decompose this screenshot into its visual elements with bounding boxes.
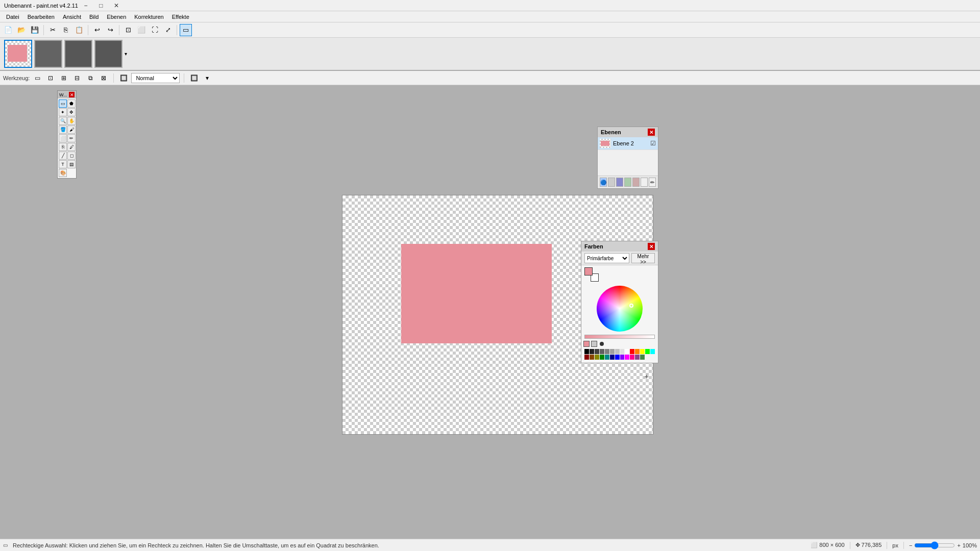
strip-thumb-2[interactable]	[34, 40, 62, 68]
tool-pencil[interactable]: ✏	[67, 134, 76, 142]
strip-thumb-1[interactable]	[4, 40, 32, 68]
tool-text[interactable]: T	[59, 160, 67, 168]
toolbox-titlebar[interactable]: W... ✕	[58, 91, 76, 98]
tool-colorpicker[interactable]: 🎨	[59, 169, 67, 177]
layers-panel-title[interactable]: Ebenen ✕	[598, 127, 658, 137]
open-button[interactable]: 📂	[15, 24, 28, 36]
layer-item-1[interactable]: Ebene 2 ☑	[598, 137, 658, 150]
menu-ansicht[interactable]: Ansicht	[59, 13, 85, 21]
tool-eraser[interactable]: ⬜	[59, 134, 67, 142]
toolbox-close-btn[interactable]: ✕	[69, 92, 75, 97]
palette-color-swatch[interactable]	[610, 355, 615, 360]
menu-bild[interactable]: Bild	[85, 13, 103, 21]
palette-color-swatch[interactable]	[605, 355, 609, 360]
palette-color-swatch[interactable]	[595, 355, 599, 360]
menu-datei[interactable]: Datei	[2, 13, 23, 21]
palette-color-swatch[interactable]	[615, 349, 620, 354]
strip-thumb-4[interactable]	[94, 40, 122, 68]
tool-move[interactable]: ✥	[67, 108, 76, 116]
selection-mode-btn[interactable]: ▭	[180, 24, 192, 36]
palette-color-swatch[interactable]	[600, 349, 604, 354]
tool-magic-wand[interactable]: ✦	[59, 108, 67, 116]
tool-opt2[interactable]: ⊞	[58, 72, 69, 84]
paste-button[interactable]: 📋	[73, 24, 85, 36]
mehr-button[interactable]: Mehr >>	[631, 253, 655, 263]
deselect-button[interactable]: ⊡	[122, 24, 134, 36]
color-channel-select[interactable]: Primärfarbe Sekundärfarbe	[584, 253, 629, 263]
palette-color-swatch[interactable]	[620, 349, 625, 354]
menu-bearbeiten[interactable]: Bearbeiten	[23, 13, 59, 21]
palette-color-swatch[interactable]	[584, 349, 589, 354]
tool-pan[interactable]: ✋	[67, 117, 76, 125]
palette-color-swatch[interactable]	[590, 349, 594, 354]
save-button[interactable]: 💾	[29, 24, 41, 36]
copy-button[interactable]: ⎘	[60, 24, 72, 36]
layer-btn4[interactable]	[632, 178, 640, 187]
palette-color-swatch[interactable]	[635, 349, 640, 354]
color-gradient-strip[interactable]	[584, 335, 655, 339]
tool-lasso[interactable]: ⬟	[67, 99, 76, 108]
color-wheel[interactable]	[597, 286, 643, 332]
maximize-button[interactable]: □	[93, 0, 109, 11]
tool-clone[interactable]: ⎘	[59, 143, 67, 151]
new-button[interactable]: 📄	[2, 24, 14, 36]
layer-edit-btn[interactable]: ✏	[649, 178, 656, 187]
palette-color-swatch[interactable]	[584, 355, 589, 360]
layers-close-btn[interactable]: ✕	[648, 129, 655, 136]
menu-ebenen[interactable]: Ebenen	[103, 13, 130, 21]
tool-rectangle-select[interactable]: ▭	[59, 99, 67, 108]
canvas-area[interactable]: + W... ✕ ▭ ⬟ ✦ ✥ 🔍 ✋ 🪣 🖌 ⬜ ✏ ⎘ 🖊	[0, 85, 980, 539]
palette-color-swatch[interactable]	[620, 355, 625, 360]
tool-opt5[interactable]: ⊠	[98, 72, 109, 84]
menu-korrekturen[interactable]: Korrekturen	[130, 13, 167, 21]
tool-paint-bucket[interactable]: 🪣	[59, 126, 67, 134]
layer-visible-check[interactable]: ☑	[650, 140, 656, 147]
menu-effekte[interactable]: Effekte	[168, 13, 193, 21]
close-button[interactable]: ✕	[109, 0, 124, 11]
colors-panel-title[interactable]: Farben ✕	[581, 241, 658, 252]
zoom-out-btn[interactable]: −	[909, 542, 912, 548]
layer-color-btn[interactable]: 🔵	[600, 178, 607, 187]
palette-color-swatch[interactable]	[645, 349, 650, 354]
undo-button[interactable]: ↩	[91, 24, 103, 36]
palette-color-swatch[interactable]	[640, 355, 645, 360]
tool-opt3[interactable]: ⊟	[71, 72, 83, 84]
tool-recolor[interactable]: 🖊	[67, 143, 76, 151]
palette-color-swatch[interactable]	[590, 355, 594, 360]
zoom-in-btn[interactable]: +	[957, 542, 960, 548]
tool-zoom[interactable]: 🔍	[59, 117, 67, 125]
tool-select-icon[interactable]: ▭	[32, 72, 43, 84]
palette-color-swatch[interactable]	[635, 355, 640, 360]
palette-color-swatch[interactable]	[630, 349, 634, 354]
strip-thumb-3[interactable]	[64, 40, 92, 68]
palette-color-swatch[interactable]	[605, 349, 609, 354]
fg-color-swatch[interactable]	[584, 267, 593, 276]
palette-color-swatch[interactable]	[630, 355, 634, 360]
layer-btn3[interactable]	[624, 178, 631, 187]
crop-button[interactable]: ⛶	[149, 24, 161, 36]
invert-button[interactable]: ⬜	[135, 24, 148, 36]
layer-btn5[interactable]	[641, 178, 648, 187]
color-drop-btn[interactable]: ▾	[202, 72, 213, 84]
resize-button[interactable]: ⤢	[162, 24, 174, 36]
tool-line[interactable]: ╱	[59, 152, 67, 160]
palette-color-swatch[interactable]	[615, 355, 620, 360]
tool-opt4[interactable]: ⧉	[85, 72, 96, 84]
palette-color-swatch[interactable]	[610, 349, 615, 354]
zoom-slider[interactable]	[914, 541, 955, 549]
blend-mode-select[interactable]: Normal Multiplizieren Abdunkeln	[131, 73, 180, 83]
colors-close-btn[interactable]: ✕	[648, 243, 655, 250]
tool-opt1[interactable]: ⊡	[45, 72, 56, 84]
cut-button[interactable]: ✂	[46, 24, 59, 36]
tool-gradient[interactable]: ▤	[67, 160, 76, 168]
palette-color-swatch[interactable]	[640, 349, 645, 354]
layer-gray-btn2[interactable]	[616, 178, 623, 187]
minimize-button[interactable]: −	[78, 0, 93, 11]
palette-color-swatch[interactable]	[600, 355, 604, 360]
palette-color-swatch[interactable]	[595, 349, 599, 354]
strip-scroll-btn[interactable]: ▾	[125, 51, 127, 57]
palette-color-swatch[interactable]	[650, 349, 655, 354]
redo-button[interactable]: ↪	[104, 24, 116, 36]
layer-gray-btn1[interactable]	[608, 178, 615, 187]
tool-brush[interactable]: 🖌	[67, 126, 76, 134]
